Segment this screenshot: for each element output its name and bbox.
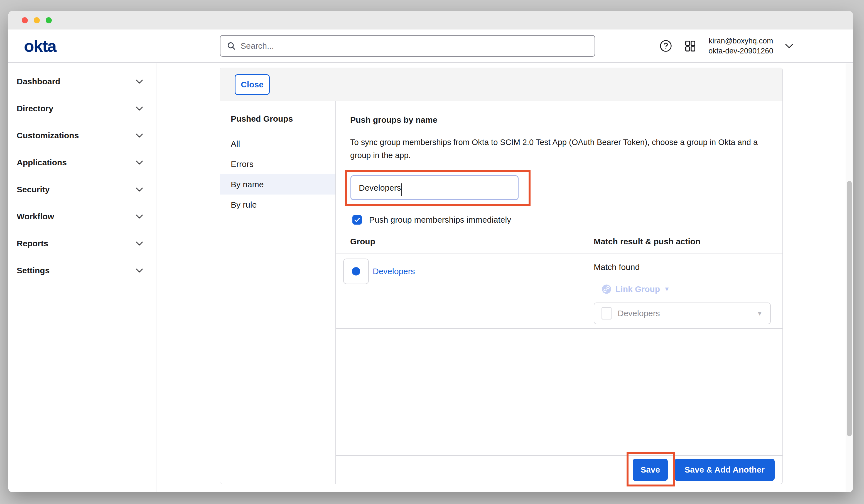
search-input[interactable] bbox=[240, 41, 588, 51]
match-status-text: Match found bbox=[594, 262, 771, 272]
scrollbar-thumb[interactable] bbox=[847, 181, 852, 436]
sidebar-item-label: Directory bbox=[17, 104, 53, 113]
search-icon bbox=[227, 41, 236, 51]
nav-right-cluster: kiran@boxyhq.com okta-dev-20901260 bbox=[659, 29, 793, 62]
app-group-select[interactable]: Developers ▼ bbox=[594, 302, 771, 324]
chevron-down-icon bbox=[136, 241, 143, 246]
nav-item-by-name[interactable]: By name bbox=[220, 174, 335, 194]
sidebar-item-workflow[interactable]: Workflow bbox=[8, 203, 156, 230]
user-menu[interactable]: kiran@boxyhq.com okta-dev-20901260 bbox=[708, 36, 773, 56]
chevron-down-icon bbox=[136, 160, 143, 165]
save-and-add-another-button[interactable]: Save & Add Another bbox=[674, 459, 775, 481]
save-button[interactable]: Save bbox=[633, 459, 668, 481]
push-immediately-row: Push group memberships immediately bbox=[352, 215, 782, 225]
table-row: Developers Match found bbox=[336, 254, 782, 329]
app-switcher-button[interactable] bbox=[684, 39, 697, 52]
sidebar-item-label: Dashboard bbox=[17, 77, 60, 86]
sidebar-item-dashboard[interactable]: Dashboard bbox=[8, 68, 156, 95]
nav-item-errors[interactable]: Errors bbox=[220, 154, 335, 174]
help-button[interactable] bbox=[659, 39, 672, 52]
close-window-button[interactable] bbox=[22, 17, 28, 23]
sidebar-item-label: Applications bbox=[17, 158, 67, 167]
group-name-link[interactable]: Developers bbox=[373, 267, 415, 276]
chevron-down-icon bbox=[136, 106, 143, 111]
sidebar-item-reports[interactable]: Reports bbox=[8, 230, 156, 257]
match-table-header: Group Match result & push action bbox=[336, 237, 782, 254]
app-group-icon bbox=[601, 307, 612, 320]
chevron-down-icon bbox=[136, 214, 143, 219]
link-group-dropdown[interactable]: Link Group ▼ bbox=[601, 284, 771, 294]
annotation-box-input bbox=[345, 170, 530, 206]
zoom-window-button[interactable] bbox=[46, 17, 52, 23]
group-avatar bbox=[343, 259, 369, 284]
user-email: kiran@boxyhq.com bbox=[708, 36, 773, 46]
link-group-label: Link Group bbox=[615, 285, 660, 294]
sidebar-item-customizations[interactable]: Customizations bbox=[8, 122, 156, 149]
app-group-value: Developers bbox=[618, 309, 660, 318]
sidebar-item-label: Workflow bbox=[17, 212, 54, 221]
global-search[interactable] bbox=[220, 35, 595, 57]
nav-item-all[interactable]: All bbox=[220, 134, 335, 154]
panel-footer: Save Save & Add Another bbox=[336, 455, 782, 484]
push-immediately-label: Push group memberships immediately bbox=[369, 215, 511, 225]
app-window: okta bbox=[8, 11, 853, 492]
link-icon bbox=[601, 284, 612, 294]
content-heading: Push groups by name bbox=[350, 115, 782, 125]
group-name-input[interactable] bbox=[350, 175, 518, 200]
sidebar: Dashboard Directory Customizations Appli… bbox=[8, 63, 156, 492]
help-icon bbox=[659, 39, 672, 52]
push-immediately-checkbox[interactable] bbox=[352, 215, 362, 225]
pushed-groups-panel: Close Pushed Groups All Errors By name B… bbox=[220, 68, 783, 484]
okta-logo: okta bbox=[24, 36, 56, 56]
chevron-down-icon bbox=[136, 133, 143, 138]
column-header-group: Group bbox=[336, 237, 594, 246]
pushed-groups-title: Pushed Groups bbox=[220, 107, 335, 134]
dropdown-caret-icon: ▼ bbox=[664, 286, 670, 293]
top-nav: okta bbox=[8, 29, 853, 63]
apps-grid-icon bbox=[684, 39, 697, 52]
close-button[interactable]: Close bbox=[235, 74, 270, 95]
sidebar-item-settings[interactable]: Settings bbox=[8, 257, 156, 284]
sidebar-item-directory[interactable]: Directory bbox=[8, 95, 156, 122]
minimize-window-button[interactable] bbox=[34, 17, 40, 23]
content-description: To sync group memberships from Okta to S… bbox=[350, 136, 768, 162]
sidebar-item-label: Security bbox=[17, 185, 50, 194]
chevron-down-icon bbox=[136, 268, 143, 273]
pushed-groups-nav: Pushed Groups All Errors By name By rule bbox=[220, 101, 336, 484]
dropdown-caret-icon: ▼ bbox=[756, 310, 763, 317]
sidebar-item-label: Settings bbox=[17, 266, 50, 275]
chevron-down-icon bbox=[136, 79, 143, 84]
chevron-down-icon bbox=[136, 187, 143, 192]
chevron-down-icon[interactable] bbox=[785, 44, 793, 48]
sidebar-item-label: Reports bbox=[17, 239, 48, 248]
window-titlebar bbox=[8, 11, 853, 29]
scrollbar-track[interactable] bbox=[845, 63, 853, 492]
group-avatar-icon bbox=[352, 267, 360, 276]
panel-header: Close bbox=[220, 68, 782, 101]
push-by-name-content: Push groups by name To sync group member… bbox=[336, 101, 782, 484]
check-icon bbox=[354, 217, 360, 223]
text-cursor bbox=[401, 183, 402, 196]
sidebar-item-applications[interactable]: Applications bbox=[8, 149, 156, 176]
nav-item-by-rule[interactable]: By rule bbox=[220, 194, 335, 215]
column-header-match-result: Match result & push action bbox=[594, 237, 700, 246]
user-org: okta-dev-20901260 bbox=[708, 46, 773, 56]
sidebar-item-security[interactable]: Security bbox=[8, 176, 156, 203]
sidebar-item-label: Customizations bbox=[17, 131, 79, 140]
